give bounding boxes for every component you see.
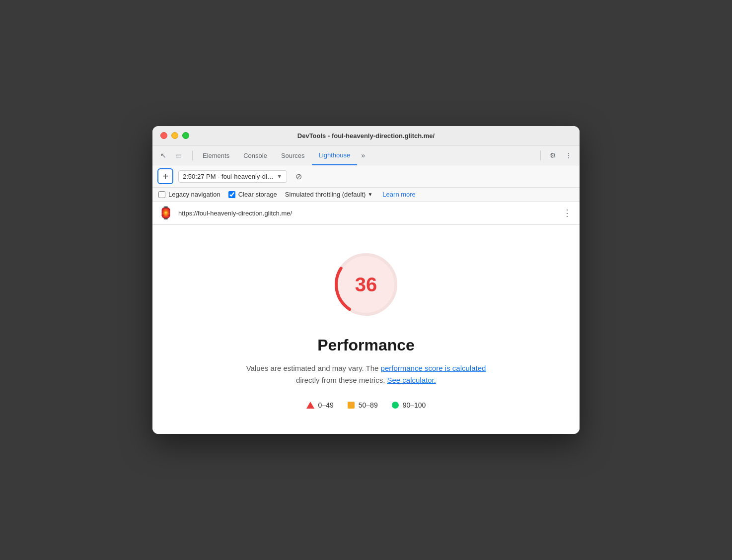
legacy-nav-checkbox[interactable] [158, 191, 165, 198]
close-button[interactable] [160, 132, 167, 139]
plus-icon: + [162, 171, 168, 182]
chevron-down-icon: ▼ [277, 173, 283, 180]
score-legend: 0–49 50–89 90–100 [306, 401, 426, 409]
lighthouse-toolbar: + 2:50:27 PM - foul-heavenly-di… ▼ ⊘ [152, 165, 580, 188]
url-bar: 🏮 https://foul-heavenly-direction.glitch… [152, 202, 580, 225]
learn-more-link[interactable]: Learn more [382, 191, 415, 198]
gear-icon: ⚙ [550, 151, 556, 159]
clear-storage-option: Clear storage [228, 191, 277, 198]
main-content: 36 Performance Values are estimated and … [152, 225, 580, 434]
settings-button[interactable]: ⚙ [546, 148, 560, 162]
tab-sources[interactable]: Sources [274, 145, 312, 165]
options-bar: Legacy navigation Clear storage Simulate… [152, 188, 580, 202]
legacy-nav-option: Legacy navigation [158, 191, 220, 198]
desc-text-1: Values are estimated and may vary. The [246, 364, 381, 372]
legacy-nav-label: Legacy navigation [168, 191, 220, 198]
legend-item-green: 90–100 [392, 401, 426, 409]
url-value: 2:50:27 PM - foul-heavenly-di… [183, 173, 274, 180]
performance-description: Values are estimated and may vary. The p… [246, 362, 486, 386]
title-bar: DevTools - foul-heavenly-direction.glitc… [152, 126, 580, 145]
yellow-square-icon [348, 402, 355, 409]
new-report-button[interactable]: + [157, 168, 173, 184]
devtools-toolbar: ↖ ▭ Elements Console Sources Lighthouse … [152, 145, 580, 165]
score-value: 36 [355, 274, 377, 296]
tab-overflow-button[interactable]: » [357, 145, 369, 165]
tab-elements[interactable]: Elements [196, 145, 236, 165]
tab-lighthouse[interactable]: Lighthouse [312, 145, 358, 165]
legend-label-yellow: 50–89 [359, 401, 378, 409]
inspect-icon-button[interactable]: ↖ [156, 148, 170, 162]
window-title: DevTools - foul-heavenly-direction.glitc… [297, 132, 435, 140]
clear-storage-checkbox[interactable] [228, 191, 235, 198]
tab-list: Elements Console Sources Lighthouse » [196, 145, 369, 165]
red-triangle-icon [306, 402, 314, 409]
calculator-link[interactable]: See calculator. [387, 376, 436, 384]
toolbar-right: ⚙ ⋮ [537, 148, 576, 162]
site-url: https://foul-heavenly-direction.glitch.m… [178, 210, 556, 217]
maximize-button[interactable] [182, 132, 189, 139]
url-dropdown[interactable]: 2:50:27 PM - foul-heavenly-di… ▼ [178, 170, 287, 183]
tab-console[interactable]: Console [236, 145, 274, 165]
inspect-icon: ↖ [160, 151, 166, 159]
url-bar-more-button[interactable]: ⋮ [561, 206, 574, 220]
minimize-button[interactable] [171, 132, 178, 139]
performance-title: Performance [317, 336, 415, 354]
lighthouse-icon: 🏮 [158, 206, 173, 220]
throttling-label: Simulated throttling (default) [285, 191, 366, 198]
clear-icon: ⊘ [295, 172, 302, 181]
desc-text-2: directly from these metrics. [296, 376, 387, 384]
clear-button[interactable]: ⊘ [292, 169, 306, 183]
legend-label-red: 0–49 [318, 401, 334, 409]
more-icon: ⋮ [565, 151, 572, 159]
throttling-selector[interactable]: Simulated throttling (default) ▼ [285, 191, 373, 198]
device-icon-button[interactable]: ▭ [171, 148, 185, 162]
throttling-arrow-icon: ▼ [367, 192, 372, 197]
device-icon: ▭ [175, 151, 182, 159]
toolbar-divider-2 [540, 150, 541, 160]
legend-item-red: 0–49 [306, 401, 334, 409]
more-options-button[interactable]: ⋮ [562, 148, 576, 162]
devtools-window: DevTools - foul-heavenly-direction.glitc… [152, 126, 580, 434]
legend-label-green: 90–100 [403, 401, 426, 409]
green-circle-icon [392, 402, 399, 409]
clear-storage-label: Clear storage [238, 191, 277, 198]
score-gauge: 36 [326, 245, 406, 324]
toolbar-divider [192, 150, 193, 160]
perf-score-link[interactable]: performance score is calculated [381, 364, 486, 372]
legend-item-yellow: 50–89 [348, 401, 378, 409]
traffic-lights [160, 132, 189, 139]
toolbar-icons: ↖ ▭ [156, 148, 185, 162]
